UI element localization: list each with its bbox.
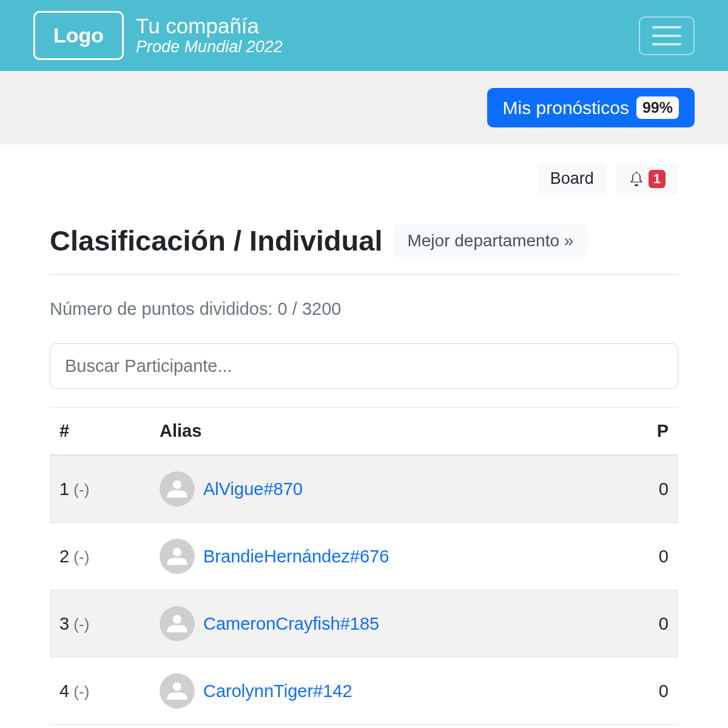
table-row: 4 (-)CarolynnTiger#1420 <box>50 658 678 725</box>
board-button[interactable]: Board <box>538 163 607 195</box>
person-icon <box>166 679 189 703</box>
notifications-button[interactable]: 1 <box>616 163 678 195</box>
person-icon <box>166 612 189 635</box>
hamburger-icon <box>652 35 681 37</box>
menu-toggle-button[interactable] <box>639 16 695 55</box>
avatar <box>160 471 195 507</box>
avatar <box>160 539 195 574</box>
rank-number: 1 <box>59 479 69 499</box>
board-label: Board <box>550 169 594 188</box>
app-subtitle: Prode Mundial 2022 <box>136 38 283 56</box>
rank-number: 3 <box>59 614 69 633</box>
main-content: Board 1 Clasificación / Individual Mejor… <box>0 144 728 725</box>
rank-cell: 2 (-) <box>50 523 150 590</box>
navbar: Logo Tu compañía Prode Mundial 2022 <box>0 0 728 71</box>
rank-number: 2 <box>59 547 69 566</box>
page-title: Clasificación / Individual <box>50 224 382 257</box>
subheader: Mis pronósticos 99% <box>0 71 728 144</box>
header-rank: # <box>50 408 150 456</box>
hamburger-icon <box>652 43 681 46</box>
points-cell: 0 <box>618 523 678 590</box>
best-department-button[interactable]: Mejor departamento » <box>393 224 587 257</box>
table-row: 1 (-)AlVigue#8700 <box>50 455 678 523</box>
page-heading: Clasificación / Individual Mejor departa… <box>50 224 678 275</box>
top-actions: Board 1 <box>50 163 678 195</box>
rank-cell: 4 (-) <box>50 658 150 725</box>
participant-link[interactable]: CameronCrayfish#185 <box>203 614 379 634</box>
hamburger-icon <box>652 26 681 29</box>
rank-cell: 3 (-) <box>50 590 150 658</box>
ranking-table: # Alias P 1 (-)AlVigue#87002 (-)BrandieH… <box>50 407 678 725</box>
header-points: P <box>618 408 678 456</box>
brand-text: Tu compañía Prode Mundial 2022 <box>136 15 283 57</box>
points-cell: 0 <box>618 455 678 523</box>
rank-change: (-) <box>69 682 89 701</box>
avatar <box>160 606 195 641</box>
alias-cell: CarolynnTiger#142 <box>150 658 618 725</box>
table-row: 3 (-)CameronCrayfish#1850 <box>50 590 678 658</box>
navbar-brand[interactable]: Logo Tu compañía Prode Mundial 2022 <box>33 11 283 60</box>
notifications-count-badge: 1 <box>649 170 666 188</box>
person-icon <box>166 477 189 500</box>
rank-change: (-) <box>69 615 89 633</box>
bell-icon <box>629 172 644 186</box>
points-cell: 0 <box>618 590 678 658</box>
participant-link[interactable]: CarolynnTiger#142 <box>203 681 352 701</box>
person-icon <box>166 545 189 568</box>
company-name: Tu compañía <box>136 15 283 38</box>
points-cell: 0 <box>618 658 678 725</box>
header-alias: Alias <box>150 408 618 456</box>
rank-change: (-) <box>69 548 89 566</box>
rank-change: (-) <box>69 480 89 499</box>
avatar <box>160 673 195 709</box>
logo: Logo <box>33 11 124 60</box>
points-divided-text: Número de puntos divididos: 0 / 3200 <box>50 299 678 319</box>
table-row: 2 (-)BrandieHernández#6760 <box>50 523 678 590</box>
alias-cell: BrandieHernández#676 <box>150 523 618 590</box>
rank-cell: 1 (-) <box>50 455 150 523</box>
alias-cell: CameronCrayfish#185 <box>150 590 618 658</box>
search-input[interactable] <box>50 343 678 389</box>
rank-number: 4 <box>59 681 69 701</box>
participant-link[interactable]: BrandieHernández#676 <box>203 547 389 567</box>
predictions-progress-badge: 99% <box>636 96 679 119</box>
alias-cell: AlVigue#870 <box>150 455 618 523</box>
my-predictions-button[interactable]: Mis pronósticos 99% <box>487 88 695 127</box>
my-predictions-label: Mis pronósticos <box>503 98 629 118</box>
participant-link[interactable]: AlVigue#870 <box>203 479 303 499</box>
